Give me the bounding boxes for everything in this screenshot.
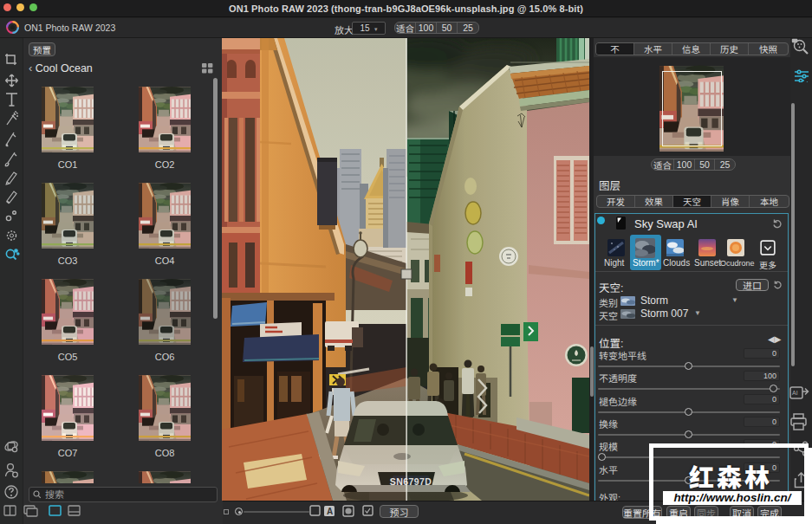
svg-text:A: A	[327, 507, 333, 516]
svg-text:AI: AI	[792, 390, 798, 396]
